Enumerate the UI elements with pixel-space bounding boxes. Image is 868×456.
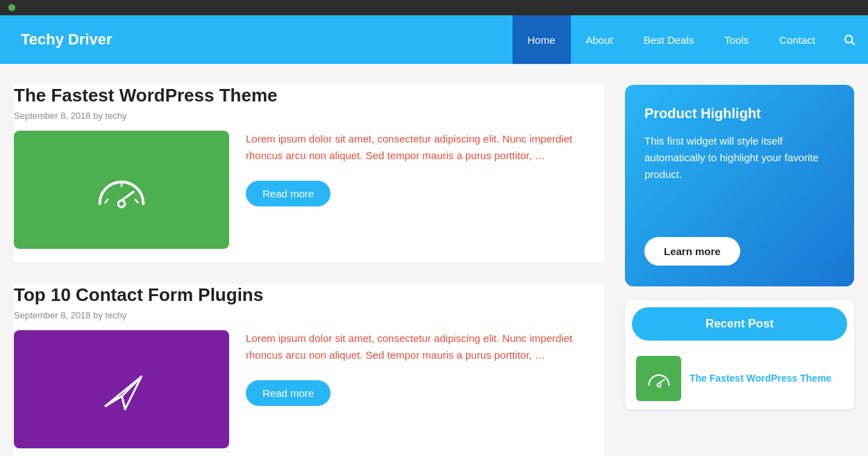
- search-icon[interactable]: [831, 15, 868, 64]
- recent-post-title[interactable]: The Fastest WordPress Theme: [690, 372, 831, 386]
- recent-post-widget: Recent Post The Fastest WordPress Theme: [625, 300, 854, 409]
- svg-line-6: [122, 376, 141, 396]
- svg-line-1: [851, 42, 854, 44]
- sidebar: Product Highlight This first widget will…: [625, 85, 854, 456]
- article-1: The Fastest WordPress Theme September 8,…: [14, 85, 604, 263]
- status-dot: [8, 4, 15, 11]
- read-more-button-2[interactable]: Read more: [246, 380, 331, 406]
- article-1-meta: September 8, 2018 by techy: [14, 111, 604, 121]
- read-more-button-1[interactable]: Read more: [246, 181, 331, 206]
- article-2-image: [14, 330, 229, 448]
- product-highlight-title: Product Highlight: [644, 106, 835, 122]
- article-2: Top 10 Contact Form Plugins September 8,…: [14, 284, 604, 456]
- article-1-image: [14, 131, 229, 249]
- recent-post-thumb: [636, 356, 681, 401]
- learn-more-button[interactable]: Learn more: [644, 237, 740, 266]
- article-1-body: Lorem ipsum dolor sit amet, consectetur …: [14, 131, 604, 249]
- article-2-meta: September 8, 2018 by techy: [14, 310, 604, 320]
- article-1-title: The Fastest WordPress Theme: [14, 85, 604, 106]
- nav-item-best-deals[interactable]: Best Deals: [628, 15, 710, 64]
- nav-item-home[interactable]: Home: [512, 15, 571, 64]
- nav-item-tools[interactable]: Tools: [709, 15, 764, 64]
- content-area: The Fastest WordPress Theme September 8,…: [14, 85, 604, 456]
- top-bar: [0, 0, 868, 15]
- article-2-title: Top 10 Contact Form Plugins: [14, 284, 604, 306]
- svg-line-9: [659, 380, 665, 383]
- product-highlight-description: This first widget will style itself auto…: [644, 133, 835, 183]
- article-1-excerpt: Lorem ipsum dolor sit amet, consectetur …: [246, 131, 604, 206]
- svg-point-0: [845, 35, 853, 43]
- main-container: The Fastest WordPress Theme September 8,…: [0, 64, 868, 456]
- svg-line-5: [106, 396, 122, 405]
- site-header: Techy Driver Home About Best Deals Tools…: [0, 15, 868, 64]
- main-nav: Home About Best Deals Tools Contact: [512, 15, 869, 64]
- recent-post-header: Recent Post: [632, 307, 847, 341]
- article-2-excerpt: Lorem ipsum dolor sit amet, consectetur …: [246, 330, 604, 406]
- site-title[interactable]: Techy Driver: [0, 15, 512, 64]
- recent-post-item[interactable]: The Fastest WordPress Theme: [625, 348, 854, 409]
- product-highlight-widget: Product Highlight This first widget will…: [625, 85, 854, 286]
- svg-line-7: [122, 396, 125, 409]
- nav-item-contact[interactable]: Contact: [764, 15, 831, 64]
- svg-line-3: [122, 191, 133, 200]
- article-2-body: Lorem ipsum dolor sit amet, consectetur …: [14, 330, 604, 448]
- nav-item-about[interactable]: About: [571, 15, 628, 64]
